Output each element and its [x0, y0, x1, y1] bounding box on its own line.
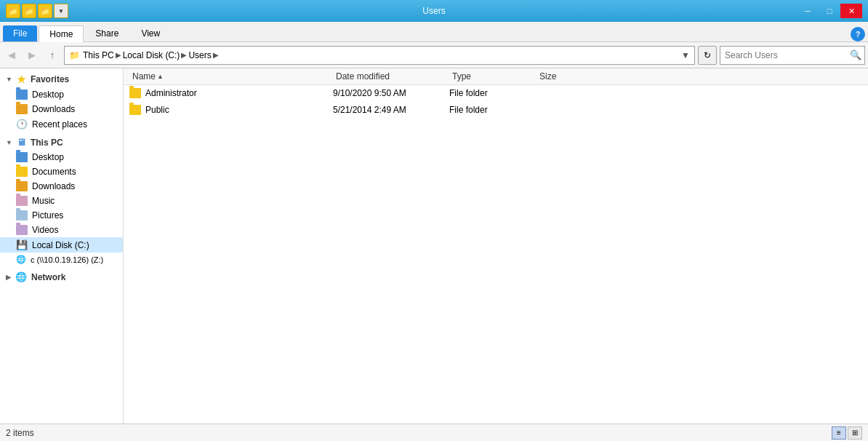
videos-folder-icon	[16, 225, 28, 235]
search-input[interactable]	[725, 50, 850, 60]
breadcrumb-localdisk[interactable]: Local Disk (C:)	[123, 50, 180, 60]
recent-label: Recent places	[32, 119, 87, 130]
address-dropdown[interactable]: ▼	[681, 50, 690, 60]
network-drive-icon: 🌐	[16, 255, 26, 264]
downloads-folder-icon-fav	[16, 104, 28, 114]
sidebar-item-videos[interactable]: Videos	[0, 223, 123, 237]
file-type-0: File folder	[449, 88, 537, 98]
back-button[interactable]: ◀	[3, 47, 20, 64]
folder-icon-3: 📁	[38, 4, 52, 18]
sidebar-item-localdisk[interactable]: 💾 Local Disk (C:)	[0, 237, 123, 253]
breadcrumb-thispc[interactable]: This PC	[83, 50, 114, 60]
desktop-fav-label: Desktop	[32, 90, 64, 100]
documents-label: Documents	[32, 167, 76, 177]
close-button[interactable]: ✕	[840, 4, 862, 18]
title-bar-icons: 📁 📁 📁 ▼	[6, 4, 68, 18]
help-button[interactable]: ?	[851, 27, 865, 41]
address-bar-row: ◀ ▶ ↑ 📁 This PC ▶ Local Disk (C:) ▶ User…	[0, 42, 868, 68]
file-type-1: File folder	[449, 105, 537, 115]
sidebar-item-desktop-fav[interactable]: Desktop	[0, 87, 123, 102]
folder-icon-admin	[129, 88, 141, 98]
folder-icon-2: 📁	[22, 4, 36, 18]
up-button[interactable]: ↑	[44, 47, 61, 64]
desktop-folder-icon-pc	[16, 152, 28, 162]
thispc-label: This PC	[31, 138, 63, 148]
music-label: Music	[32, 196, 55, 206]
sidebar: ▼ ★ Favorites Desktop Downloads 🕐 Recent…	[0, 68, 124, 424]
sidebar-section-thispc: ▼ 🖥 This PC Desktop Documents Downloads …	[0, 135, 123, 266]
documents-folder-icon	[16, 167, 28, 177]
address-bar[interactable]: 📁 This PC ▶ Local Disk (C:) ▶ Users ▶ ▼	[64, 46, 695, 65]
search-icon[interactable]: 🔍	[850, 49, 861, 60]
col-header-type[interactable]: Type	[449, 71, 537, 82]
col-header-name[interactable]: Name ▲	[129, 71, 333, 82]
pictures-label: Pictures	[32, 210, 63, 220]
file-date-1: 5/21/2014 2:49 AM	[333, 105, 449, 115]
localdisk-label: Local Disk (C:)	[32, 240, 89, 250]
collapse-arrow-favorites: ▼	[6, 76, 12, 83]
downloads-folder-icon-pc	[16, 181, 28, 191]
tab-file[interactable]: File	[3, 25, 37, 41]
column-header-row: Name ▲ Date modified Type Size	[124, 68, 868, 85]
forward-button[interactable]: ▶	[23, 47, 41, 64]
computer-icon: 🖥	[17, 137, 26, 148]
sidebar-item-documents[interactable]: Documents	[0, 164, 123, 179]
maximize-button[interactable]: □	[819, 4, 840, 18]
title-bar-left: 📁 📁 📁 ▼	[0, 4, 68, 18]
ribbon-right: ?	[851, 27, 868, 41]
file-name-cell-0: Administrator	[129, 88, 333, 98]
sidebar-section-network: ▶ 🌐 Network	[0, 269, 123, 285]
networkdrive-label: c (\\10.0.19.126) (Z:)	[31, 255, 103, 264]
collapse-arrow-network: ▶	[6, 274, 11, 281]
status-bar: 2 items ≡ ⊞	[0, 424, 868, 441]
file-name-cell-1: Public	[129, 105, 333, 115]
sidebar-item-desktop-pc[interactable]: Desktop	[0, 150, 123, 164]
view-details-button[interactable]: ≡	[832, 426, 846, 440]
table-row[interactable]: Administrator 9/10/2020 9:50 AM File fol…	[124, 85, 868, 102]
folder-small-icon: 📁	[69, 50, 80, 60]
sidebar-item-pictures[interactable]: Pictures	[0, 208, 123, 223]
pictures-folder-icon	[16, 210, 28, 220]
recent-icon: 🕐	[16, 119, 28, 130]
window-controls: ─ □ ✕	[797, 4, 862, 18]
sidebar-item-downloads-fav[interactable]: Downloads	[0, 102, 123, 116]
folder-icon-public	[129, 105, 141, 115]
folder-icon-1: 📁	[6, 4, 20, 18]
downloads-fav-label: Downloads	[32, 104, 75, 114]
file-area: Name ▲ Date modified Type Size Administr…	[124, 68, 868, 424]
file-name-0: Administrator	[145, 88, 197, 98]
sidebar-thispc-header[interactable]: ▼ 🖥 This PC	[0, 135, 123, 150]
file-date-0: 9/10/2020 9:50 AM	[333, 88, 449, 98]
breadcrumb: This PC ▶ Local Disk (C:) ▶ Users ▶	[83, 50, 219, 60]
downloads-pc-label: Downloads	[32, 181, 75, 191]
col-header-date[interactable]: Date modified	[333, 71, 449, 82]
sort-arrow-name: ▲	[157, 73, 164, 80]
sidebar-section-favorites: ▼ ★ Favorites Desktop Downloads 🕐 Recent…	[0, 71, 123, 132]
sidebar-network-header[interactable]: ▶ 🌐 Network	[0, 269, 123, 285]
pin-dropdown[interactable]: ▼	[54, 4, 68, 18]
network-label: Network	[31, 272, 65, 282]
tab-share[interactable]: Share	[84, 25, 129, 41]
star-icon: ★	[17, 74, 26, 85]
file-name-1: Public	[145, 105, 169, 115]
desktop-pc-label: Desktop	[32, 152, 64, 162]
sidebar-favorites-header[interactable]: ▼ ★ Favorites	[0, 71, 123, 87]
videos-label: Videos	[32, 225, 58, 235]
title-bar: 📁 📁 📁 ▼ Users ─ □ ✕	[0, 0, 868, 22]
sidebar-item-music[interactable]: Music	[0, 194, 123, 208]
sidebar-item-recent[interactable]: 🕐 Recent places	[0, 116, 123, 132]
sidebar-item-downloads-pc[interactable]: Downloads	[0, 179, 123, 194]
tab-view[interactable]: View	[130, 25, 171, 41]
breadcrumb-users[interactable]: Users	[188, 50, 211, 60]
tab-home[interactable]: Home	[39, 25, 84, 42]
ribbon-tabs: File Home Share View ?	[0, 22, 868, 42]
sidebar-item-networkdrive[interactable]: 🌐 c (\\10.0.19.126) (Z:)	[0, 253, 123, 266]
drive-icon: 💾	[16, 239, 28, 250]
minimize-button[interactable]: ─	[797, 4, 819, 18]
view-tiles-button[interactable]: ⊞	[848, 426, 862, 440]
refresh-button[interactable]: ↻	[698, 46, 717, 65]
search-box[interactable]: 🔍	[720, 46, 865, 65]
col-header-size[interactable]: Size	[537, 71, 595, 82]
view-buttons: ≡ ⊞	[832, 426, 862, 440]
table-row[interactable]: Public 5/21/2014 2:49 AM File folder	[124, 102, 868, 119]
